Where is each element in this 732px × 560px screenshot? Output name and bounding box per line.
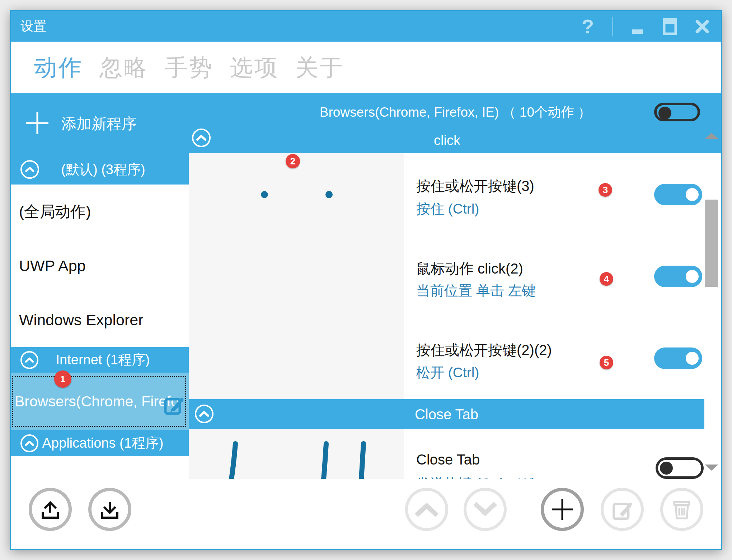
chevron-down-icon — [474, 502, 497, 517]
controls-divider — [612, 17, 613, 36]
toggle-knob — [686, 352, 699, 365]
export-button[interactable] — [29, 488, 72, 531]
scroll-up-button[interactable] — [705, 133, 718, 139]
move-down-button[interactable] — [464, 488, 507, 531]
action-toggle-2[interactable] — [654, 266, 702, 287]
section-band-close-tab: Close Tab — [189, 399, 704, 429]
edit-icon — [611, 499, 633, 520]
minimize-icon[interactable] — [630, 16, 646, 37]
edit-program-icon[interactable] — [164, 395, 184, 415]
action-subtitle-link[interactable]: 松开 (Ctrl) — [416, 363, 479, 382]
add-new-program-button[interactable]: 添加新程序 — [11, 93, 189, 154]
action-title: 按住或松开按键(3) — [416, 176, 534, 196]
scrollbar-thumb[interactable] — [705, 200, 718, 287]
window-title: 设置 — [20, 18, 46, 35]
action-subtitle-link[interactable]: 当前位置 单击 左键 — [416, 281, 536, 300]
collapse-applications-group-icon[interactable] — [20, 434, 38, 452]
action-title: 鼠标动作 click(2) — [416, 259, 523, 279]
plus-icon — [25, 111, 49, 136]
group-header-internet[interactable]: Internet (1程序) — [11, 347, 189, 373]
gesture-dot — [325, 191, 333, 198]
group-header-applications-label: Applications (1程序) — [38, 434, 167, 452]
toggle-knob — [686, 188, 699, 201]
toggle-knob — [660, 462, 673, 475]
tab-actions[interactable]: 动作 — [34, 52, 83, 83]
list-item-windows-explorer[interactable]: Windows Explorer — [11, 293, 189, 347]
collapse-internet-group-icon[interactable] — [20, 351, 38, 369]
annotation-badge-3: 3 — [599, 183, 612, 197]
plus-icon — [550, 497, 575, 522]
action-title: 按住或松开按键(2)(2) — [416, 340, 552, 360]
annotation-badge-4: 4 — [600, 272, 613, 286]
gesture-dot — [261, 191, 268, 198]
collapse-default-group-icon[interactable] — [20, 160, 39, 179]
list-item-browsers-selected[interactable]: Browsers(Chrome, Firefo — [11, 373, 189, 430]
annotation-badge-2: 2 — [286, 154, 300, 168]
tab-options[interactable]: 选项 — [230, 52, 279, 83]
action-toggle-1[interactable] — [654, 184, 702, 205]
window-controls: ? — [580, 11, 710, 42]
maximize-icon[interactable] — [662, 16, 678, 37]
program-list: (全局动作) UWP App Windows Explorer — [11, 185, 189, 347]
action-toggle-4[interactable] — [656, 457, 704, 479]
add-action-button[interactable] — [541, 488, 584, 531]
add-new-program-label: 添加新程序 — [61, 114, 137, 134]
bottom-toolbar — [11, 479, 721, 549]
gesture-preview-click — [189, 153, 404, 399]
close-icon[interactable] — [694, 16, 710, 37]
edit-action-button[interactable] — [601, 488, 644, 531]
delete-action-button[interactable] — [660, 488, 703, 531]
app-group-title: Browsers(Chrome, Firefox, IE) （ 10个动作 ） — [190, 101, 721, 124]
action-subtitle-link[interactable]: 按住 (Ctrl) — [416, 199, 479, 219]
tab-strip: 动作 忽略 手势 选项 关于 — [11, 42, 721, 93]
app-group-toggle[interactable] — [654, 103, 700, 121]
export-icon — [39, 498, 61, 521]
section-title-close-tab: Close Tab — [189, 399, 704, 429]
list-item-uwp-app[interactable]: UWP App — [11, 239, 189, 293]
chevron-up-icon — [415, 502, 438, 517]
annotation-badge-5: 5 — [600, 356, 613, 369]
action-toggle-3[interactable] — [654, 347, 702, 369]
group-header-applications[interactable]: Applications (1程序) — [11, 430, 189, 456]
tab-gestures[interactable]: 手势 — [165, 52, 214, 83]
action-title: Close Tab — [416, 452, 480, 468]
move-up-button[interactable] — [405, 488, 448, 531]
import-button[interactable] — [88, 488, 131, 531]
gesture-preview-close-tab — [189, 429, 404, 479]
toggle-knob — [686, 270, 699, 283]
tab-about[interactable]: 关于 — [295, 52, 344, 83]
title-bar[interactable]: 设置 ? — [11, 11, 721, 42]
tab-ignore[interactable]: 忽略 — [99, 52, 148, 83]
toggle-knob — [658, 107, 671, 120]
group-header-default-label: (默认) (3程序) — [39, 160, 167, 179]
list-item-global-actions[interactable]: (全局动作) — [11, 185, 189, 239]
import-icon — [99, 498, 121, 521]
group-header-default[interactable]: (默认) (3程序) — [11, 154, 189, 185]
screen: 设置 ? 动作 忽略 手势 选项 关于 — [0, 0, 732, 560]
trash-icon — [671, 498, 692, 521]
gesture-strokes — [189, 429, 404, 479]
settings-window: 设置 ? 动作 忽略 手势 选项 关于 — [10, 10, 722, 550]
group-header-internet-label: Internet (1程序) — [38, 351, 167, 369]
collapse-close-tab-section-icon[interactable] — [195, 405, 214, 423]
list-item-browsers-label: Browsers(Chrome, Firefo — [15, 373, 183, 430]
annotation-badge-1: 1 — [54, 370, 71, 388]
scroll-down-button[interactable] — [705, 465, 718, 471]
help-icon[interactable]: ? — [580, 16, 596, 37]
section-title-click: click — [190, 129, 704, 151]
